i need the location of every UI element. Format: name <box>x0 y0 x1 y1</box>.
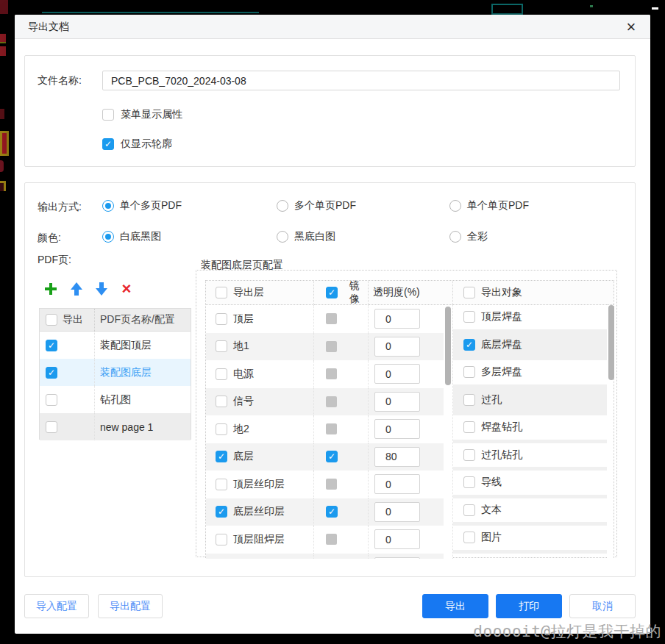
menu-attr-option[interactable]: 菜单显示属性 <box>102 108 182 121</box>
opacity-input[interactable] <box>374 529 420 549</box>
layer-name: 信号 <box>233 395 254 408</box>
object-export-checkbox[interactable] <box>463 366 475 378</box>
radio-white-bg-black-image[interactable]: 白底黑图 <box>102 230 161 243</box>
object-export-checkbox[interactable] <box>463 532 475 543</box>
layer-name: 底层 <box>233 450 254 463</box>
pdf-page-row[interactable]: new page 1 <box>40 413 191 440</box>
layer-row: 地1 <box>206 333 444 361</box>
layer-export-checkbox[interactable] <box>216 368 227 380</box>
cancel-button[interactable]: 取消 <box>569 594 636 618</box>
layer-scrollbar[interactable] <box>444 305 452 559</box>
object-export-checkbox[interactable] <box>463 421 475 433</box>
pcb-editor-pad-fragment <box>0 131 9 156</box>
layer-export-checkbox[interactable] <box>216 313 227 325</box>
delete-page-icon[interactable]: × <box>119 282 134 296</box>
opacity-input[interactable] <box>374 502 420 522</box>
layer-export-checkbox[interactable] <box>216 534 227 545</box>
page-export-checkbox[interactable] <box>46 421 57 433</box>
layer-mirror-checkbox[interactable] <box>326 506 338 518</box>
export-object-row[interactable]: 底层焊盘 <box>453 333 607 361</box>
layer-export-checkbox[interactable] <box>216 423 227 435</box>
pdf-page-row[interactable]: 钻孔图 <box>40 386 191 413</box>
export-object-row[interactable]: 多层焊盘 <box>453 360 607 388</box>
export-object-row[interactable]: 图片 <box>453 526 607 554</box>
print-button[interactable]: 打印 <box>496 594 562 618</box>
opacity-input[interactable] <box>374 392 420 412</box>
layer-export-checkbox[interactable] <box>216 506 227 518</box>
select-all-objects-checkbox[interactable] <box>463 287 475 298</box>
layer-row: 底层 <box>206 443 444 471</box>
add-page-icon[interactable] <box>43 282 58 296</box>
object-export-checkbox[interactable] <box>463 476 475 488</box>
close-icon[interactable]: × <box>621 15 641 39</box>
page-export-checkbox[interactable] <box>46 367 57 379</box>
mirror-column-header: 镜像 <box>314 281 369 305</box>
radio-icon[interactable] <box>102 231 114 243</box>
layer-export-checkbox[interactable] <box>216 396 227 407</box>
radio-icon[interactable] <box>102 200 114 212</box>
layer-row: 地2 <box>206 415 444 443</box>
opacity-input[interactable] <box>374 419 420 439</box>
layer-export-checkbox[interactable] <box>216 340 227 352</box>
export-object-row[interactable]: 过孔钻孔 <box>453 443 607 471</box>
layer-row: 信号 <box>206 388 444 416</box>
export-object-row[interactable]: 顶层焊盘 <box>453 305 607 333</box>
export-object-row[interactable]: 过孔 <box>453 388 607 416</box>
radio-icon[interactable] <box>277 231 288 243</box>
pcb-editor-pad-fragment <box>0 109 4 119</box>
layer-list: 顶层地1电源信号地2底层顶层丝印层底层丝印层顶层阻焊层 <box>206 305 444 559</box>
select-all-pages-checkbox[interactable] <box>46 314 57 326</box>
export-object-row[interactable]: 文本 <box>453 498 607 526</box>
export-object-row[interactable]: 导线 <box>453 471 607 498</box>
page-export-checkbox[interactable] <box>46 394 57 406</box>
radio-full-color[interactable]: 全彩 <box>449 230 488 243</box>
export-object-row[interactable]: 焊盘钻孔 <box>453 415 607 443</box>
pcb-editor-pad-fragment <box>0 34 6 43</box>
export-config-button[interactable]: 导出配置 <box>98 594 163 618</box>
radio-icon[interactable] <box>449 200 461 212</box>
radio-black-bg-white-image[interactable]: 黑底白图 <box>277 230 335 243</box>
objects-column-header: 导出对象 <box>452 281 607 305</box>
radio-label: 多个单页PDF <box>294 199 356 212</box>
object-scrollbar[interactable] <box>607 305 614 559</box>
outline-only-option[interactable]: 仅显示轮廓 <box>102 137 172 151</box>
radio-label: 白底黑图 <box>120 230 161 243</box>
outline-only-checkbox[interactable] <box>102 138 114 150</box>
pdf-page-row[interactable]: 装配图顶层 <box>40 332 191 359</box>
menu-attr-label: 菜单显示属性 <box>121 108 182 121</box>
pcb-editor-trace <box>42 12 259 13</box>
layer-export-checkbox[interactable] <box>216 479 227 490</box>
object-export-checkbox[interactable] <box>463 311 475 323</box>
opacity-input[interactable] <box>374 364 420 384</box>
select-all-layers-checkbox[interactable] <box>216 287 227 298</box>
object-export-checkbox[interactable] <box>463 449 475 461</box>
import-config-button[interactable]: 导入配置 <box>24 594 89 618</box>
move-up-icon[interactable] <box>69 282 84 296</box>
mirror-all-checkbox[interactable] <box>326 287 338 298</box>
radio-multiple-singlepage-pdf[interactable]: 多个单页PDF <box>277 199 356 212</box>
radio-single-singlepage-pdf[interactable]: 单个单页PDF <box>449 199 529 212</box>
opacity-input[interactable] <box>374 447 420 467</box>
file-name-input[interactable] <box>102 71 620 90</box>
object-list: 顶层焊盘底层焊盘多层焊盘过孔焊盘钻孔过孔钻孔导线文本图片 <box>452 305 607 559</box>
color-mode-label: 颜色: <box>38 230 61 245</box>
layer-scrollbar-thumb[interactable] <box>445 307 451 385</box>
opacity-input[interactable] <box>374 337 420 357</box>
radio-icon[interactable] <box>277 200 288 212</box>
opacity-input[interactable] <box>374 474 420 494</box>
pdf-page-row[interactable]: 装配图底层 <box>40 359 191 386</box>
export-button[interactable]: 导出 <box>422 594 488 618</box>
page-export-checkbox[interactable] <box>46 340 57 351</box>
layer-export-checkbox[interactable] <box>216 451 227 462</box>
object-export-checkbox[interactable] <box>463 504 475 516</box>
object-export-checkbox[interactable] <box>463 394 475 406</box>
radio-single-multipage-pdf[interactable]: 单个多页PDF <box>102 199 182 212</box>
radio-icon[interactable] <box>449 231 461 243</box>
layer-config-table: 导出层 镜像 透明度(%) 导出对象 顶层地1电源信号地2底层顶层丝印层底层丝印… <box>205 280 614 558</box>
layer-mirror-checkbox[interactable] <box>326 451 338 462</box>
object-export-checkbox[interactable] <box>463 339 475 351</box>
opacity-input[interactable] <box>374 309 420 329</box>
move-down-icon[interactable] <box>94 282 109 296</box>
menu-attr-checkbox[interactable] <box>102 109 114 121</box>
object-scrollbar-thumb[interactable] <box>608 305 614 380</box>
